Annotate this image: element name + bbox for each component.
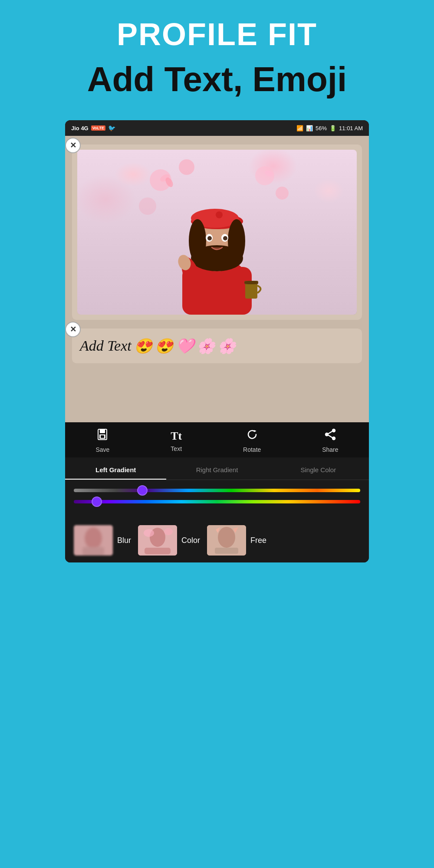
- save-icon: [96, 428, 108, 444]
- signal-bars: 📊: [306, 125, 313, 132]
- battery-text: 56%: [316, 125, 327, 132]
- svg-point-3: [276, 187, 289, 200]
- filter-free-label: Free: [250, 536, 266, 545]
- slider-thumb-2[interactable]: [92, 496, 102, 507]
- slider-row-2: [74, 500, 360, 503]
- svg-point-21: [223, 236, 227, 240]
- svg-point-20: [207, 236, 212, 240]
- svg-rect-48: [215, 548, 238, 554]
- save-button[interactable]: Save: [95, 428, 109, 453]
- filter-blur-label: Blur: [117, 536, 131, 545]
- status-right: 📶 📊 56% 🔋 11:01 AM: [296, 125, 363, 132]
- sliders-section: [65, 480, 369, 518]
- text-icon: Tt: [171, 430, 182, 443]
- filter-blur[interactable]: Blur: [74, 525, 131, 556]
- photo-close-button[interactable]: ✕: [65, 138, 81, 153]
- svg-line-34: [328, 431, 332, 434]
- svg-point-24: [244, 281, 258, 284]
- svg-line-35: [328, 435, 332, 438]
- volte-badge: VoLTE: [91, 125, 105, 131]
- gradient-tabs: Left Gradient Right Gradient Single Colo…: [65, 457, 369, 480]
- text-frame[interactable]: ✕ Add Text 😍 😍 🩷 🌸 🌸: [72, 329, 362, 363]
- svg-rect-28: [100, 429, 105, 433]
- color-slider-1[interactable]: [74, 489, 360, 492]
- svg-point-1: [179, 159, 194, 175]
- filter-color[interactable]: Color: [138, 525, 200, 556]
- filter-color-label: Color: [181, 536, 200, 545]
- svg-point-42: [164, 528, 173, 535]
- filter-free-thumb: [207, 525, 246, 556]
- tab-single-color[interactable]: Single Color: [268, 462, 369, 480]
- svg-rect-22: [245, 282, 257, 299]
- twitter-icon: 🐦: [108, 125, 115, 132]
- subtitle: Add Text, Emoji: [9, 60, 425, 99]
- photo-frame: ✕: [72, 145, 362, 320]
- svg-point-14: [216, 211, 223, 218]
- emoji-4: 🌸: [197, 337, 215, 355]
- rotate-label: Rotate: [243, 446, 261, 453]
- toolbar: Save Tt Text Rotate: [65, 422, 369, 457]
- rotate-icon: [246, 428, 258, 444]
- emoji-3: 🩷: [176, 337, 194, 355]
- share-label: Share: [322, 446, 338, 453]
- close-icon: ✕: [70, 141, 76, 150]
- svg-point-31: [332, 429, 335, 432]
- add-text-label: Add Text: [80, 338, 132, 354]
- emoji-1: 😍: [134, 337, 152, 355]
- save-label: Save: [95, 446, 109, 453]
- svg-rect-30: [101, 435, 104, 438]
- share-icon: [324, 428, 336, 444]
- text-label: Text: [171, 445, 182, 452]
- share-button[interactable]: Share: [322, 428, 338, 453]
- text-close-button[interactable]: ✕: [65, 322, 81, 337]
- svg-point-33: [326, 433, 328, 436]
- filter-free[interactable]: Free: [207, 525, 266, 556]
- tab-left-gradient[interactable]: Left Gradient: [65, 462, 166, 480]
- wifi-icon: 📶: [296, 125, 303, 132]
- woman-illustration: [135, 154, 299, 315]
- battery-icon: 🔋: [329, 125, 336, 132]
- page-title: PROFILE FIT: [9, 17, 425, 52]
- emoji-2: 😍: [155, 337, 173, 355]
- svg-rect-38: [82, 547, 104, 556]
- svg-point-32: [332, 437, 335, 440]
- filter-color-thumb: [138, 525, 177, 556]
- tab-right-gradient[interactable]: Right Gradient: [166, 462, 267, 480]
- carrier-text: Jio 4G: [71, 125, 89, 132]
- photo-simulation: [77, 150, 357, 315]
- status-left: Jio 4G VoLTE 🐦: [71, 125, 115, 132]
- phone-mockup: Jio 4G VoLTE 🐦 📶 📊 56% 🔋 11:01 AM ✕: [65, 120, 369, 562]
- canvas-area: ✕: [65, 136, 369, 422]
- photo-preview[interactable]: [77, 150, 357, 315]
- filter-blur-thumb: [74, 525, 113, 556]
- svg-rect-43: [145, 548, 171, 554]
- slider-row-1: [74, 489, 360, 492]
- top-section: PROFILE FIT Add Text, Emoji: [0, 0, 434, 107]
- close-icon-text: ✕: [70, 325, 76, 334]
- rotate-button[interactable]: Rotate: [243, 428, 261, 453]
- time-display: 11:01 AM: [339, 125, 363, 132]
- emoji-5: 🌸: [217, 337, 236, 355]
- color-slider-2[interactable]: [74, 500, 360, 503]
- text-button[interactable]: Tt Text: [171, 430, 182, 452]
- svg-point-37: [85, 527, 102, 549]
- status-bar: Jio 4G VoLTE 🐦 📶 📊 56% 🔋 11:01 AM: [65, 120, 369, 136]
- svg-point-41: [144, 529, 154, 537]
- svg-point-45: [218, 527, 235, 548]
- bottom-filters: Blur Color: [65, 518, 369, 562]
- text-content: Add Text 😍 😍 🩷 🌸 🌸: [80, 337, 236, 355]
- svg-point-4: [139, 197, 156, 215]
- slider-thumb-1[interactable]: [137, 485, 148, 496]
